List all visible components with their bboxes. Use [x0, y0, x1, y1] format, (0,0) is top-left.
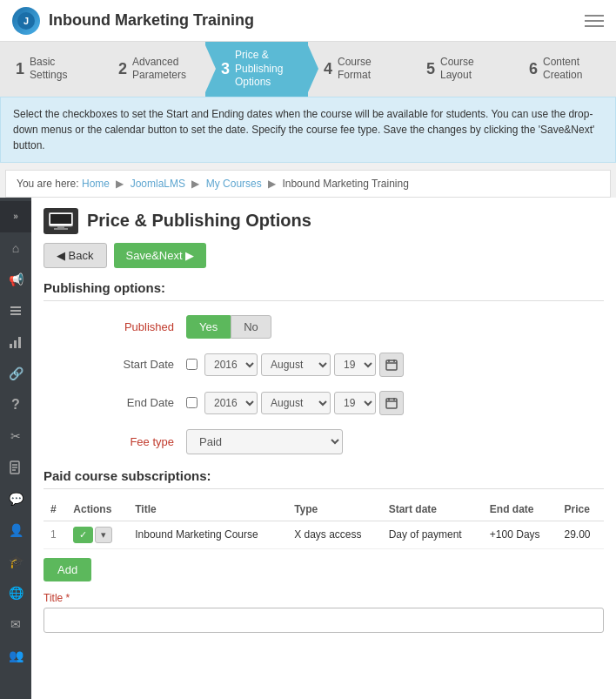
sidebar: » ⌂ 📢 🔗 ? ✂ 💬 👤 🎓 🌐 ✉ 👥: [0, 198, 31, 699]
sidebar-item-list[interactable]: [0, 295, 31, 326]
no-button[interactable]: No: [231, 315, 271, 339]
step-1-number: 1: [16, 61, 24, 77]
back-button[interactable]: ◀ Back: [44, 243, 107, 268]
subscriptions-table: # Actions Title Type Start date End date…: [44, 498, 604, 549]
breadcrumb: You are here: Home ▶ JoomlaLMS ▶ My Cour…: [5, 170, 611, 198]
sidebar-item-chat[interactable]: 💬: [0, 483, 31, 514]
end-month-select[interactable]: August: [261, 392, 331, 414]
svg-rect-3: [10, 310, 21, 312]
sidebar-item-chart[interactable]: [0, 326, 31, 358]
step-1[interactable]: 1 BasicSettings: [0, 42, 103, 97]
col-num: #: [44, 498, 66, 521]
header-left: J Inbound Marketing Training: [12, 7, 254, 35]
step-4-label: CourseFormat: [338, 56, 372, 83]
svg-rect-4: [10, 313, 21, 315]
start-year-select[interactable]: 2016: [204, 353, 258, 376]
save-next-button[interactable]: Save&Next ▶: [114, 243, 207, 268]
sidebar-item-scissors[interactable]: ✂: [0, 420, 31, 452]
fee-type-label: Fee type: [96, 435, 174, 448]
row-num: 1: [44, 521, 66, 548]
svg-rect-5: [10, 344, 12, 348]
step-2-label: AdvancedParameters: [132, 56, 186, 83]
fee-type-select[interactable]: Paid Free: [186, 429, 343, 454]
page-title-row: Price & Publishing Options: [44, 208, 604, 234]
start-calendar-button[interactable]: [379, 353, 404, 377]
sidebar-item-globe[interactable]: 🌐: [0, 577, 31, 608]
end-date-label: End Date: [96, 396, 174, 409]
end-year-select[interactable]: 2016: [204, 392, 258, 414]
sidebar-item-grad[interactable]: 🎓: [0, 546, 31, 577]
content-area: Price & Publishing Options ◀ Back Save&N…: [31, 198, 616, 699]
title-field-input[interactable]: [44, 608, 604, 633]
breadcrumb-prefix: You are here:: [17, 178, 79, 190]
svg-text:J: J: [23, 16, 29, 26]
end-date-row: End Date 2016 August 19: [44, 391, 604, 415]
step-5[interactable]: 5 CourseLayout: [411, 42, 513, 97]
step-2[interactable]: 2 AdvancedParameters: [103, 42, 205, 97]
start-date-checkbox[interactable]: [186, 359, 198, 370]
step-3[interactable]: 3 Price & PublishingOptions: [205, 42, 308, 97]
start-date-group: 2016 August 19: [186, 353, 404, 377]
end-calendar-button[interactable]: [379, 391, 404, 415]
title-field-container: Title *: [44, 592, 604, 633]
col-type: Type: [287, 498, 381, 521]
breadcrumb-joomlalms[interactable]: JoomlaLMS: [131, 178, 185, 190]
info-box: Select the checkboxes to set the Start a…: [0, 97, 616, 163]
app-header: J Inbound Marketing Training: [0, 0, 616, 42]
step-3-number: 3: [221, 61, 230, 77]
svg-rect-14: [57, 226, 64, 228]
svg-rect-15: [54, 228, 68, 230]
page-title: Price & Publishing Options: [87, 211, 311, 231]
svg-rect-2: [10, 306, 21, 308]
subscriptions-section-title: Paid course subscriptions:: [44, 468, 604, 489]
svg-rect-20: [386, 399, 397, 408]
end-day-select[interactable]: 19: [334, 392, 376, 414]
menu-icon[interactable]: [585, 15, 604, 27]
table-row: 1 ✓ ▾ Inbound Marketing Course X days ac…: [44, 521, 604, 548]
published-toggle: Yes No: [186, 315, 271, 339]
action-row: ◀ Back Save&Next ▶: [44, 243, 604, 268]
row-check-button[interactable]: ✓: [73, 527, 93, 543]
sidebar-item-link[interactable]: 🔗: [0, 358, 31, 389]
col-enddate: End date: [483, 498, 558, 521]
step-6[interactable]: 6 ContentCreation: [513, 42, 616, 97]
sidebar-item-doc[interactable]: [0, 452, 31, 483]
col-actions: Actions: [66, 498, 128, 521]
row-dropdown-button[interactable]: ▾: [95, 527, 112, 543]
col-title: Title: [128, 498, 287, 521]
svg-rect-16: [386, 360, 397, 370]
svg-rect-13: [50, 214, 71, 224]
steps-bar: 1 BasicSettings 2 AdvancedParameters 3 P…: [0, 42, 616, 97]
sidebar-toggle[interactable]: »: [0, 201, 31, 232]
col-startdate: Start date: [382, 498, 483, 521]
step-6-label: ContentCreation: [543, 56, 582, 83]
add-button[interactable]: Add: [44, 558, 91, 581]
sidebar-item-home[interactable]: ⌂: [0, 232, 31, 264]
published-row: Published Yes No: [44, 315, 604, 339]
row-startdate: Day of payment: [382, 521, 483, 548]
step-4-number: 4: [324, 61, 332, 77]
published-label: Published: [96, 320, 174, 333]
sidebar-item-user[interactable]: 👤: [0, 514, 31, 546]
sidebar-item-help[interactable]: ?: [0, 389, 31, 420]
step-5-label: CourseLayout: [440, 56, 474, 83]
start-day-select[interactable]: 19: [334, 353, 376, 376]
app-logo: J: [12, 7, 40, 35]
page-icon: [44, 208, 78, 234]
yes-button[interactable]: Yes: [186, 315, 231, 339]
title-field-label: Title *: [44, 592, 604, 604]
step-5-number: 5: [426, 61, 435, 77]
start-month-select[interactable]: August: [261, 353, 331, 376]
breadcrumb-mycourses[interactable]: My Courses: [206, 178, 262, 190]
end-date-checkbox[interactable]: [186, 397, 198, 408]
sidebar-item-mail[interactable]: ✉: [0, 608, 31, 640]
sidebar-item-announce[interactable]: 📢: [0, 264, 31, 295]
breadcrumb-home[interactable]: Home: [82, 178, 110, 190]
row-type: X days access: [287, 521, 381, 548]
col-price: Price: [557, 498, 604, 521]
step-3-label: Price & PublishingOptions: [235, 49, 298, 90]
step-4[interactable]: 4 CourseFormat: [308, 42, 411, 97]
breadcrumb-current: Inbound Marketing Training: [282, 178, 408, 190]
sidebar-item-group[interactable]: 👥: [0, 640, 31, 671]
row-price: 29.00: [557, 521, 604, 548]
